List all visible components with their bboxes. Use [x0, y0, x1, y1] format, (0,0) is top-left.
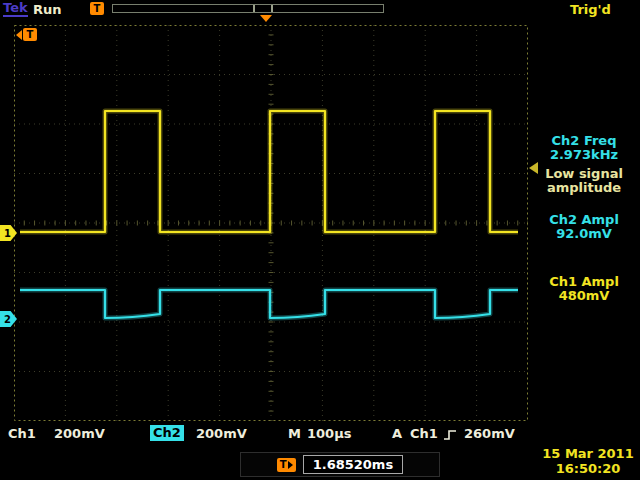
ch2-marker-number: 2 — [4, 314, 11, 325]
graticule: T — [14, 25, 528, 421]
measurement-value: 480mV — [532, 289, 636, 303]
trigger-record-marker-label: T — [94, 2, 101, 15]
ch2-scale-value: 200mV — [196, 426, 247, 442]
trigger-offscreen-indicator: T — [16, 28, 37, 41]
trigger-position-badge: T — [277, 458, 296, 472]
trigger-position-label: T — [280, 458, 287, 471]
right-arrow-icon — [288, 461, 293, 469]
measurement-label: Ch2 Ampl — [532, 213, 636, 227]
record-view-bar — [112, 4, 384, 13]
trigger-time-badge: T — [23, 28, 37, 41]
timebase-label: M — [288, 426, 301, 442]
measurement-warning-line2: amplitude — [532, 181, 636, 195]
ch1-marker-number: 1 — [4, 228, 11, 239]
ch2-trace — [20, 290, 518, 318]
measurement-ch2-freq: Ch2 Freq 2.973kHz Low signal amplitude — [532, 134, 636, 195]
measurement-value: 2.973kHz — [532, 148, 636, 162]
ch1-scale-value: 200mV — [54, 426, 105, 442]
waveform-traces — [14, 25, 528, 421]
ch2-scale-label: Ch2 — [150, 425, 184, 441]
trigger-record-marker-badge: T — [90, 2, 104, 15]
time-value: 16:50:20 — [538, 461, 638, 476]
trigger-mode-label: A — [392, 426, 402, 442]
measurement-warning-line1: Low signal — [532, 167, 636, 181]
measurement-value: 92.0mV — [532, 227, 636, 241]
measurement-ch1-ampl: Ch1 Ampl 480mV — [532, 275, 636, 303]
ch1-trace — [20, 111, 518, 232]
timebase-value: 100µs — [307, 426, 351, 442]
trigger-position-triangle-icon — [260, 15, 272, 22]
trigger-source: Ch1 — [410, 426, 438, 442]
datetime: 15 Mar 2011 16:50:20 — [538, 446, 638, 476]
measurement-ch2-ampl: Ch2 Ampl 92.0mV — [532, 213, 636, 241]
trigger-status: Trig'd — [570, 2, 611, 17]
horizontal-position-readout: T 1.68520ms — [240, 452, 440, 477]
ch1-scale-label: Ch1 — [8, 426, 36, 442]
date-value: 15 Mar 2011 — [538, 446, 638, 461]
trigger-time-label: T — [27, 28, 34, 41]
rising-edge-icon — [443, 428, 457, 442]
measurement-label: Ch1 Ampl — [532, 275, 636, 289]
measurement-label: Ch2 Freq — [532, 134, 636, 148]
trigger-delay-value: 1.68520ms — [303, 455, 404, 474]
left-arrow-icon — [16, 30, 22, 40]
trigger-level-value: 260mV — [464, 426, 515, 442]
tek-logo: Tek — [3, 1, 28, 17]
oscilloscope-screen: Tek Run T Trig'd T 1 2 Ch2 Freq 2.973kHz… — [0, 0, 640, 480]
acquisition-status: Run — [33, 2, 62, 17]
